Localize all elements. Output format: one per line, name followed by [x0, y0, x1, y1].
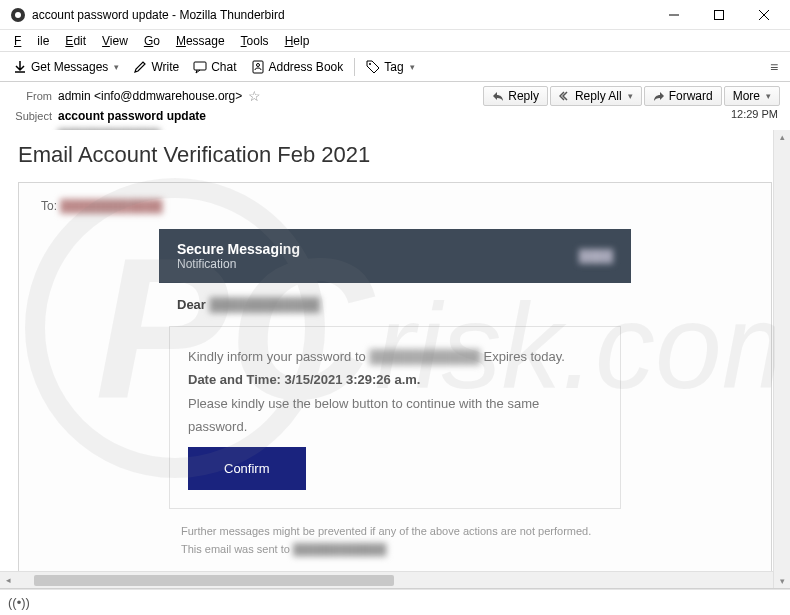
footer-line2b: ████████████	[293, 543, 387, 555]
body-line1b: ████████████	[369, 349, 480, 364]
secure-title: Secure Messaging	[177, 241, 300, 257]
maximize-button[interactable]	[696, 1, 741, 29]
message-actions: Reply Reply All ▾ Forward More ▾	[483, 86, 780, 106]
star-icon[interactable]: ☆	[248, 88, 261, 104]
close-button[interactable]	[741, 1, 786, 29]
email-frame: To: ████████████ Secure Messaging Notifi…	[18, 182, 772, 589]
scroll-down-icon[interactable]: ▾	[780, 576, 785, 586]
menu-help[interactable]: Help	[277, 32, 318, 50]
reply-icon	[492, 90, 504, 102]
reply-label: Reply	[508, 89, 539, 103]
chevron-down-icon: ▾	[628, 91, 633, 101]
datetime-label: Date and Time:	[188, 372, 281, 387]
address-book-label: Address Book	[269, 60, 344, 74]
footer-line1: Further messages might be prevented if a…	[181, 523, 609, 541]
forward-label: Forward	[669, 89, 713, 103]
menu-tools[interactable]: Tools	[233, 32, 277, 50]
card-body: Kindly inform your password to █████████…	[169, 326, 621, 509]
scroll-thumb[interactable]	[34, 575, 394, 586]
write-label: Write	[151, 60, 179, 74]
vertical-scrollbar[interactable]: ▴ ▾	[773, 130, 790, 588]
tag-label: Tag	[384, 60, 403, 74]
reply-all-button[interactable]: Reply All ▾	[550, 86, 642, 106]
status-bar: ((•))	[0, 589, 790, 615]
tag-icon	[366, 60, 380, 74]
address-book-icon	[251, 60, 265, 74]
forward-button[interactable]: Forward	[644, 86, 722, 106]
toolbar-separator	[354, 58, 355, 76]
svg-point-1	[15, 12, 21, 18]
message-time: 12:29 PM	[731, 108, 778, 120]
svg-rect-6	[194, 62, 206, 70]
more-button[interactable]: More ▾	[724, 86, 780, 106]
reply-all-icon	[559, 90, 571, 102]
menu-message[interactable]: Message	[168, 32, 233, 50]
toolbar: Get Messages ▾ Write Chat Address Book T…	[0, 52, 790, 82]
scroll-left-icon[interactable]: ◂	[0, 575, 16, 585]
secure-subtitle: Notification	[177, 257, 300, 271]
scroll-up-icon[interactable]: ▴	[780, 132, 785, 142]
chevron-down-icon: ▾	[410, 62, 415, 72]
app-icon	[10, 7, 26, 23]
email-to-label: To:	[41, 199, 57, 213]
svg-rect-3	[714, 10, 723, 19]
menu-bar: File Edit View Go Message Tools Help	[0, 30, 790, 52]
card-footer: Further messages might be prevented if a…	[159, 523, 631, 576]
chat-button[interactable]: Chat	[186, 57, 243, 77]
from-value[interactable]: admin <info@ddmwarehouse.org>	[58, 89, 242, 103]
secure-card: Secure Messaging Notification ████ Dear …	[159, 229, 631, 576]
email-to-strip: To: ████████████	[19, 183, 771, 229]
message-body-area: Email Account Verification Feb 2021 To: …	[0, 130, 790, 589]
app-menu-button[interactable]: ≡	[764, 59, 784, 75]
menu-file[interactable]: File	[6, 32, 57, 50]
svg-point-8	[256, 63, 259, 66]
forward-icon	[653, 90, 665, 102]
get-messages-button[interactable]: Get Messages ▾	[6, 57, 126, 77]
menu-go[interactable]: Go	[136, 32, 168, 50]
footer-line2a: This email was sent to	[181, 543, 290, 555]
tag-button[interactable]: Tag ▾	[359, 57, 421, 77]
pencil-icon	[133, 60, 147, 74]
horizontal-scrollbar[interactable]: ◂	[0, 571, 773, 588]
minimize-button[interactable]	[651, 1, 696, 29]
menu-view[interactable]: View	[94, 32, 136, 50]
download-icon	[13, 60, 27, 74]
email-to-value: ████████████	[60, 199, 162, 213]
subject-label: Subject	[10, 110, 58, 122]
window-controls	[651, 1, 786, 29]
from-label: From	[10, 90, 58, 102]
connection-icon: ((•))	[8, 595, 30, 610]
body-line2: Please kindly use the below button to co…	[188, 392, 602, 439]
dear-name: ████████████	[210, 297, 321, 312]
window-title: account password update - Mozilla Thunde…	[32, 8, 651, 22]
dear-label: Dear	[177, 297, 206, 312]
svg-point-9	[369, 63, 371, 65]
subject-value: account password update	[58, 109, 206, 123]
reply-button[interactable]: Reply	[483, 86, 548, 106]
card-header: Secure Messaging Notification ████	[159, 229, 631, 283]
email-heading: Email Account Verification Feb 2021	[18, 142, 772, 168]
chevron-down-icon: ▾	[766, 91, 771, 101]
datetime-value: 3/15/2021 3:29:26 a.m.	[285, 372, 421, 387]
chat-icon	[193, 60, 207, 74]
card-greeting: Dear ████████████	[159, 283, 631, 326]
title-bar: account password update - Mozilla Thunde…	[0, 0, 790, 30]
chat-label: Chat	[211, 60, 236, 74]
more-label: More	[733, 89, 760, 103]
get-messages-label: Get Messages	[31, 60, 108, 74]
card-header-right: ████	[579, 249, 613, 263]
address-book-button[interactable]: Address Book	[244, 57, 351, 77]
body-line1a: Kindly inform your password to	[188, 349, 366, 364]
body-line1c: Expires today.	[484, 349, 565, 364]
write-button[interactable]: Write	[126, 57, 186, 77]
menu-edit[interactable]: Edit	[57, 32, 94, 50]
reply-all-label: Reply All	[575, 89, 622, 103]
chevron-down-icon: ▾	[114, 62, 119, 72]
confirm-button[interactable]: Confirm	[188, 447, 306, 490]
